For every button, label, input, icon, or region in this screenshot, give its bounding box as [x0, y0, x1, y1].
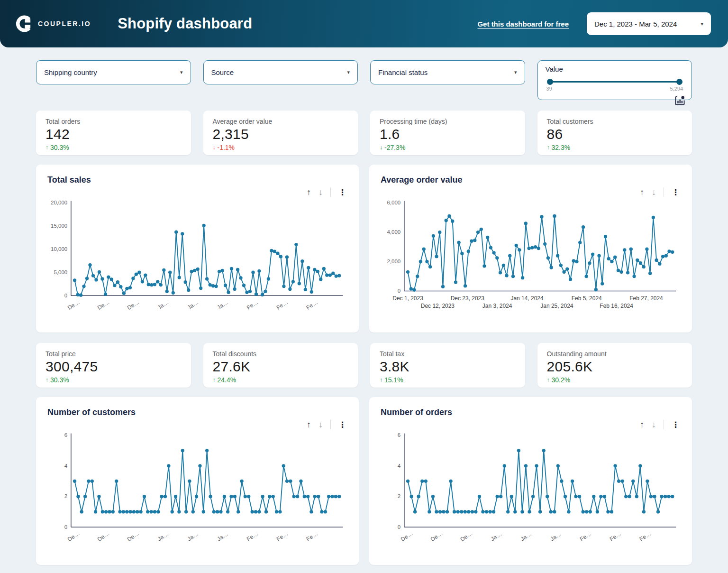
chart-settings-icon[interactable] — [675, 96, 685, 106]
svg-text:Ja…: Ja… — [186, 299, 200, 311]
sort-ascending-icon[interactable]: ↑ — [307, 420, 311, 429]
svg-text:Ja…: Ja… — [490, 530, 503, 542]
svg-text:10,000: 10,000 — [51, 246, 67, 252]
get-dashboard-link[interactable]: Get this dashboard for free — [477, 20, 569, 28]
kpi-card-outstanding-amount: Outstanding amount 205.6K ↑30.2% — [537, 343, 692, 388]
sort-descending-icon[interactable]: ↓ — [318, 420, 323, 429]
kpi-card-total-tax: Total tax 3.8K ↑15.1% — [370, 343, 525, 388]
svg-text:Dec 1, 2023: Dec 1, 2023 — [392, 295, 423, 302]
kpi-value: 142 — [46, 126, 182, 142]
more-options-icon[interactable]: ⋮ — [672, 421, 680, 429]
svg-text:Dec 23, 2023: Dec 23, 2023 — [451, 295, 485, 302]
svg-text:Ja…: Ja… — [186, 530, 200, 542]
svg-text:Fe…: Fe… — [579, 530, 592, 543]
kpi-value: 205.6K — [547, 359, 683, 375]
svg-text:Fe…: Fe… — [246, 530, 259, 543]
filter-shipping-country[interactable]: Shipping country ▾ — [36, 60, 191, 84]
chevron-down-icon: ▾ — [180, 69, 183, 75]
chevron-down-icon: ▾ — [514, 69, 517, 75]
kpi-card-total-price: Total price 300,475 ↑30.3% — [36, 343, 191, 388]
coupler-logo[interactable]: COUPLER.IO — [14, 14, 91, 33]
more-options-icon[interactable]: ⋮ — [672, 188, 680, 196]
chart-title: Number of orders — [381, 407, 681, 417]
delta-arrow-icon: ↑ — [380, 377, 382, 383]
svg-text:Fe…: Fe… — [275, 530, 289, 543]
svg-text:2: 2 — [64, 493, 67, 499]
svg-text:Fe…: Fe… — [305, 299, 319, 311]
delta-arrow-icon: ↑ — [213, 377, 216, 383]
svg-text:6: 6 — [64, 432, 67, 438]
svg-text:Ja…: Ja… — [549, 530, 563, 542]
kpi-label: Total customers — [547, 118, 683, 125]
line-chart-average-order-value: 02,0004,0006,000Dec 1, 2023Dec 12, 2023D… — [381, 197, 681, 314]
kpi-value: 3.8K — [380, 359, 516, 375]
kpi-delta-value: 15.1% — [384, 376, 403, 384]
sort-ascending-icon[interactable]: ↑ — [307, 188, 311, 196]
chart-card-average-order-value: Average order value ↑ ↓ ⋮ 02,0004,0006,0… — [369, 165, 692, 333]
toolbar-divider — [664, 187, 664, 197]
line-chart-number-of-customers: 0246De…De…De…Ja…Ja…Ja…Fe…Fe…Fe… — [47, 430, 347, 546]
svg-text:2: 2 — [398, 493, 400, 499]
kpi-card-total-discounts: Total discounts 27.6K ↑24.4% — [203, 343, 358, 388]
svg-text:Jan 3, 2024: Jan 3, 2024 — [482, 303, 512, 309]
chart-toolbar: ↑ ↓ ⋮ — [640, 187, 680, 197]
chart-title: Number of customers — [47, 407, 347, 417]
kpi-label: Processing time (days) — [380, 118, 516, 125]
chart-card-number-of-orders: Number of orders ↑ ↓ ⋮ 0246De…De…De…Ja…J… — [369, 397, 692, 565]
chart-toolbar: ↑ ↓ ⋮ — [307, 187, 346, 197]
filter-source[interactable]: Source ▾ — [203, 60, 358, 84]
slider-handle-min[interactable] — [547, 79, 553, 85]
svg-text:Ja…: Ja… — [156, 530, 170, 542]
sort-descending-icon[interactable]: ↓ — [318, 188, 323, 196]
svg-text:Jan 25, 2024: Jan 25, 2024 — [540, 303, 573, 309]
kpi-card-total-customers: Total customers 86 ↑32.3% — [537, 111, 692, 155]
chart-card-number-of-customers: Number of customers ↑ ↓ ⋮ 0246De…De…De…J… — [36, 397, 359, 565]
svg-text:Fe…: Fe… — [609, 530, 622, 543]
kpi-value: 86 — [547, 126, 683, 142]
sort-descending-icon[interactable]: ↓ — [652, 420, 656, 429]
toolbar-divider — [330, 420, 331, 429]
delta-arrow-icon: ↑ — [547, 377, 550, 383]
svg-text:Feb 16, 2024: Feb 16, 2024 — [600, 303, 633, 309]
kpi-delta: ↑30.3% — [46, 144, 182, 151]
svg-text:De…: De… — [126, 299, 141, 312]
kpi-label: Outstanding amount — [547, 350, 683, 358]
charts-row-2: Number of customers ↑ ↓ ⋮ 0246De…De…De…J… — [36, 397, 692, 565]
svg-text:4: 4 — [64, 463, 68, 469]
svg-text:4: 4 — [398, 463, 401, 469]
svg-text:Ja…: Ja… — [216, 530, 229, 542]
more-options-icon[interactable]: ⋮ — [338, 188, 346, 196]
chart-title: Total sales — [47, 175, 347, 185]
kpi-value: 2,315 — [213, 126, 349, 142]
kpi-label: Total discounts — [213, 350, 349, 358]
kpi-delta: ↑24.4% — [213, 376, 349, 384]
kpi-delta-value: 30.3% — [50, 376, 69, 384]
sort-ascending-icon[interactable]: ↑ — [640, 188, 644, 196]
value-max: 5,294 — [670, 86, 683, 92]
more-options-icon[interactable]: ⋮ — [338, 421, 346, 429]
date-range-select[interactable]: Dec 1, 2023 - Mar 5, 2024 ▾ — [587, 12, 711, 35]
chevron-down-icon: ▾ — [347, 69, 350, 75]
line-chart-number-of-orders: 0246De…De…De…Ja…Ja…Ja…Fe…Fe…Fe… — [381, 430, 681, 546]
kpi-delta-value: -1.1% — [218, 144, 235, 151]
charts-row-1: Total sales ↑ ↓ ⋮ 05,00010,00015,00020,0… — [36, 165, 692, 333]
kpi-label: Total tax — [380, 350, 516, 358]
svg-text:De…: De… — [96, 530, 111, 543]
kpi-value: 1.6 — [380, 126, 516, 142]
filter-financial-status[interactable]: Financial status ▾ — [370, 60, 525, 84]
chart-toolbar: ↑ ↓ ⋮ — [307, 420, 346, 429]
value-min: 39 — [546, 86, 552, 92]
value-range-slider[interactable] — [548, 81, 682, 83]
svg-text:De…: De… — [400, 530, 414, 543]
kpi-label: Total price — [46, 350, 182, 358]
delta-arrow-icon: ↑ — [46, 377, 48, 383]
kpi-label: Average order value — [213, 118, 349, 125]
sort-descending-icon[interactable]: ↓ — [652, 188, 656, 196]
kpi-card-average-order-value: Average order value 2,315 ↓-1.1% — [203, 111, 358, 155]
svg-text:Fe…: Fe… — [305, 530, 319, 543]
svg-text:De…: De… — [126, 530, 141, 543]
svg-text:0: 0 — [398, 288, 400, 294]
sort-ascending-icon[interactable]: ↑ — [640, 420, 644, 429]
slider-handle-max[interactable] — [676, 79, 682, 85]
kpi-delta: ↑30.3% — [46, 376, 182, 384]
